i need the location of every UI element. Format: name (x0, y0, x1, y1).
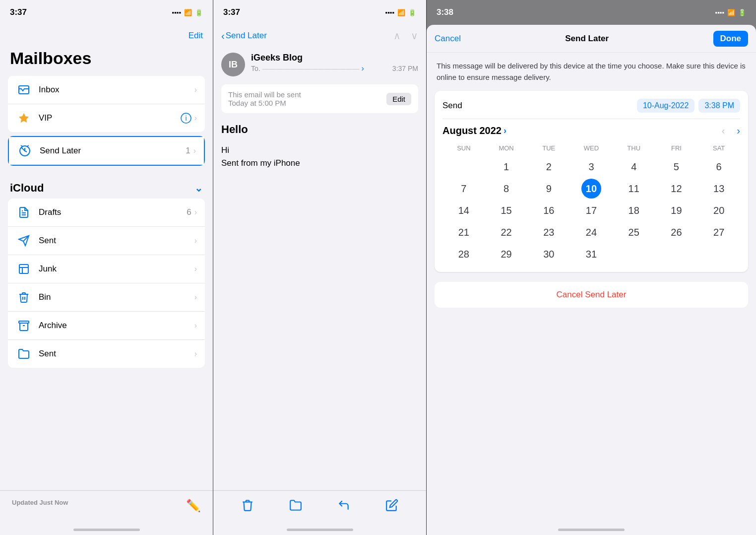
mailbox-item-sendlater[interactable]: Send Later 1 › (9, 137, 204, 165)
cal-day-4[interactable]: 4 (624, 157, 644, 177)
status-time-2: 3:37 (223, 7, 240, 17)
cal-day-14[interactable]: 14 (454, 201, 474, 220)
cal-day-25[interactable]: 25 (624, 222, 644, 242)
mailbox-item-sent[interactable]: Sent › (8, 227, 205, 255)
email-panel: 3:37 ▪▪▪▪ 📶 🔋 ‹ Send Later ∧ ∨ IB iGeeks… (213, 0, 427, 535)
cal-day-24[interactable]: 24 (581, 222, 601, 242)
status-bar-2: 3:37 ▪▪▪▪ 📶 🔋 (213, 0, 426, 25)
status-bar-1: 3:37 ▪▪▪▪ 📶 🔋 (0, 0, 213, 25)
cal-day-10[interactable]: 10 (581, 179, 601, 199)
day-header-tue: TUE (527, 142, 570, 154)
cal-day-28[interactable]: 28 (454, 244, 474, 264)
svg-marker-1 (19, 113, 29, 123)
cal-day-8[interactable]: 8 (497, 179, 516, 199)
cal-day-6[interactable]: 6 (709, 157, 729, 177)
cal-day-13[interactable]: 13 (709, 179, 729, 199)
send-later-row[interactable]: Send Later 1 › (8, 136, 205, 166)
cal-empty-1 (454, 157, 474, 177)
edit-button[interactable]: Edit (189, 31, 203, 41)
sheet-title: Send Later (461, 34, 713, 44)
next-email-icon[interactable]: ∨ (411, 30, 418, 42)
back-label: Send Later (226, 31, 267, 41)
email-to-row: To. —————————————— › 3:37 PM (251, 64, 418, 73)
mailbox-item-junk[interactable]: Junk › (8, 255, 205, 283)
mailbox-item-drafts[interactable]: Drafts 6 › (8, 199, 205, 227)
cal-day-7[interactable]: 7 (454, 179, 474, 199)
cal-day-15[interactable]: 15 (497, 201, 516, 220)
sent-label: Sent (39, 236, 194, 246)
compose-toolbar-icon[interactable] (385, 499, 398, 515)
cal-day-18[interactable]: 18 (624, 201, 644, 220)
inbox-chevron: › (194, 85, 197, 94)
cal-day-22[interactable]: 22 (497, 222, 516, 242)
cal-day-23[interactable]: 23 (539, 222, 559, 242)
svg-rect-12 (19, 321, 29, 323)
mailbox-item-archive[interactable]: Archive › (8, 312, 205, 340)
cal-day-5[interactable]: 5 (666, 157, 686, 177)
svg-text:i: i (185, 114, 187, 122)
date-picker[interactable]: 10-Aug-2022 (637, 99, 695, 113)
mailbox-list-top: Inbox › VIP i › (8, 76, 205, 132)
next-month-button[interactable]: › (737, 125, 740, 136)
mailbox-item-bin[interactable]: Bin › (8, 283, 205, 312)
email-to-label: To. —————————————— › (251, 64, 364, 73)
vip-label: VIP (39, 113, 181, 123)
cal-day-2[interactable]: 2 (539, 157, 559, 177)
day-header-sat: SAT (697, 142, 740, 154)
vip-icon (16, 110, 32, 126)
email-to-chevron[interactable]: › (361, 64, 364, 72)
signal-icon: ▪▪▪▪ (172, 9, 181, 16)
inbox-icon (16, 82, 32, 98)
cal-day-26[interactable]: 26 (666, 222, 686, 242)
overlay-signal-icon: ▪▪▪▪ (715, 9, 724, 16)
email-meta: iGeeks Blog To. —————————————— › 3:37 PM (251, 53, 418, 73)
overlay-wifi-icon: 📶 (727, 9, 735, 16)
overlay-status-bar: 3:38 ▪▪▪▪ 📶 🔋 (427, 0, 756, 25)
cal-day-12[interactable]: 12 (666, 179, 686, 199)
send-later-count: 1 (186, 146, 190, 156)
sent-chevron: › (194, 236, 197, 245)
archive-icon (16, 318, 32, 334)
cal-day-3[interactable]: 3 (581, 157, 601, 177)
cal-empty-3 (666, 244, 686, 264)
cal-day-27[interactable]: 27 (709, 222, 729, 242)
battery-icon: 🔋 (195, 9, 203, 16)
cal-day-20[interactable]: 20 (709, 201, 729, 220)
cal-day-9[interactable]: 9 (539, 179, 559, 199)
reply-toolbar-icon[interactable] (337, 499, 350, 515)
email-subject: Hello (221, 123, 418, 136)
delete-toolbar-icon[interactable] (241, 499, 254, 515)
cal-day-11[interactable]: 11 (624, 179, 644, 199)
month-expand-icon[interactable]: › (504, 126, 506, 136)
sheet-done-button[interactable]: Done (713, 31, 749, 47)
icloud-collapse-icon[interactable]: ⌄ (194, 182, 203, 194)
time-picker[interactable]: 3:38 PM (698, 99, 740, 113)
banner-edit-button[interactable]: Edit (386, 93, 411, 105)
back-button[interactable]: ‹ Send Later (221, 30, 267, 42)
prev-email-icon[interactable]: ∧ (393, 30, 401, 42)
prev-month-button[interactable]: ‹ (722, 125, 725, 136)
cal-day-29[interactable]: 29 (497, 244, 516, 264)
drafts-icon (16, 204, 32, 220)
calendar-month-nav: August 2022 › ‹ › (442, 125, 740, 136)
cal-day-17[interactable]: 17 (581, 201, 601, 220)
email-content: Hi Sent from my iPhone (221, 144, 418, 169)
cal-day-1[interactable]: 1 (497, 157, 516, 177)
cal-day-19[interactable]: 19 (666, 201, 686, 220)
cal-day-30[interactable]: 30 (539, 244, 559, 264)
nav-bar-1: Edit (0, 25, 213, 47)
cal-day-21[interactable]: 21 (454, 222, 474, 242)
banner-title: This email will be sent (228, 90, 301, 99)
cal-day-31[interactable]: 31 (581, 244, 601, 264)
mailbox-item-sent2[interactable]: Sent › (8, 340, 205, 368)
compose-icon[interactable]: ✏️ (186, 499, 201, 513)
email-body-line2: Sent from my iPhone (221, 157, 418, 170)
folder-toolbar-icon[interactable] (289, 499, 302, 515)
cal-day-16[interactable]: 16 (539, 201, 559, 220)
junk-icon (16, 261, 32, 277)
sheet-cancel-button[interactable]: Cancel (435, 34, 461, 44)
mailbox-item-inbox[interactable]: Inbox › (8, 76, 205, 104)
mailbox-item-vip[interactable]: VIP i › (8, 104, 205, 132)
cancel-send-later-button[interactable]: Cancel Send Later (435, 282, 748, 308)
archive-chevron: › (194, 321, 197, 330)
